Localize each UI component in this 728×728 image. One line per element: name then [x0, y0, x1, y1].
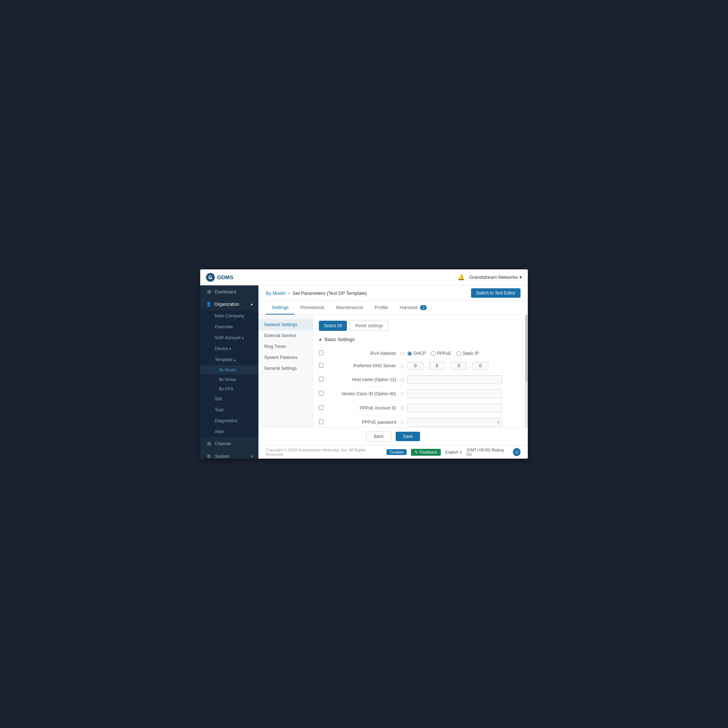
tab-profile[interactable]: Profile	[369, 301, 394, 315]
sidebar-item-site[interactable]: Site	[200, 393, 258, 404]
dns-octet3[interactable]	[451, 362, 466, 370]
pppoe-id-checkbox[interactable]	[319, 405, 324, 410]
cookies-button[interactable]: Cookies	[387, 449, 407, 455]
save-button[interactable]: Save	[396, 432, 420, 441]
site-label: Site	[215, 396, 222, 401]
ipv4-pppoe-option[interactable]: PPPoE	[431, 351, 451, 356]
system-label: System	[215, 454, 229, 459]
tab-maintenance[interactable]: Maintenance	[330, 301, 369, 315]
dns-octet4[interactable]	[473, 362, 488, 370]
channel-icon: ⊞	[206, 441, 212, 446]
hostname-checkbox[interactable]	[319, 377, 324, 381]
sidebar-item-dashboard[interactable]: ⊞ Dashboard	[200, 285, 258, 298]
ipv4-dhcp-option[interactable]: DHCP	[407, 351, 426, 356]
hostname-info-icon[interactable]: ⓘ	[401, 377, 404, 382]
ipv4-static-option[interactable]: Static IP	[456, 351, 479, 356]
sidebar-subitem-by-group[interactable]: By Group	[200, 375, 258, 384]
vendor-input[interactable]	[407, 390, 502, 398]
left-nav-item-network-settings[interactable]: Network Settings	[258, 319, 313, 330]
system-arrow-icon: ▾	[251, 454, 252, 458]
eye-toggle-icon[interactable]: ▾	[498, 420, 500, 425]
pppoe-pw-info-icon[interactable]: ⓘ	[401, 420, 404, 425]
form-row-vendor: Vendor Class ID (Option 60) ⓘ	[319, 387, 519, 401]
sidebar-subitem-by-model[interactable]: By Model	[200, 365, 258, 375]
dhcp-label: DHCP	[413, 351, 426, 356]
channel-label: Channel	[215, 441, 231, 446]
ipv4-label: IPv4 Address	[327, 351, 401, 356]
sidebar-label-organization: Organization	[214, 302, 239, 307]
pppoe-pw-checkbox[interactable]	[319, 419, 324, 424]
left-nav: Network Settings External Service Ring T…	[258, 315, 313, 427]
reset-settings-button[interactable]: Reset settings	[350, 321, 388, 331]
sidebar-item-organization[interactable]: 👤 Organization ▾	[200, 298, 258, 310]
select-all-button[interactable]: Select All	[319, 321, 347, 331]
vendor-info-icon[interactable]: ⓘ	[401, 391, 404, 397]
sidebar-item-system[interactable]: ⚙ System ▾	[200, 450, 258, 459]
template-arrow-icon: ▴	[234, 358, 236, 362]
ipv4-checkbox[interactable]	[319, 350, 324, 355]
pppoe-id-input[interactable]	[407, 404, 502, 412]
dns-info-icon[interactable]: ⓘ	[401, 363, 404, 369]
dns-octet2[interactable]	[429, 362, 445, 370]
back-button[interactable]: Back	[366, 431, 391, 442]
vendor-checkbox-cell	[319, 391, 327, 397]
tab-settings[interactable]: Settings	[266, 301, 294, 315]
timezone-label: (GMT+08:00) Beijing, Ch	[466, 448, 509, 456]
alert-label: Alert	[215, 429, 224, 434]
ipv4-static-radio[interactable]	[456, 351, 461, 356]
ipv4-radio-group: DHCP PPPoE Static IP	[407, 351, 479, 356]
by-group-label: By Group	[219, 377, 236, 381]
sidebar-item-main-company[interactable]: Main Company	[200, 310, 258, 321]
tab-phonebook[interactable]: Phonebook	[294, 301, 330, 315]
sidebar-item-voip-account[interactable]: VoIP Account ▾	[200, 332, 258, 343]
hostname-input[interactable]	[407, 375, 502, 384]
org-submenu: Main Company Overview VoIP Account ▾ Dev…	[200, 310, 258, 437]
sidebar-item-task[interactable]: Task	[200, 404, 258, 415]
ipv4-pppoe-radio[interactable]	[431, 351, 436, 356]
dns-octet1[interactable]	[407, 362, 423, 370]
breadcrumb: By Model > Set Parameters (Test DP Templ…	[266, 291, 367, 296]
dns-checkbox[interactable]	[319, 363, 324, 368]
left-nav-item-system-features[interactable]: System Features	[258, 352, 313, 363]
lang-arrow-icon: ∨	[459, 450, 462, 455]
switch-to-text-editor-button[interactable]: Switch to Text Editor	[471, 288, 521, 298]
main-layout: ⊞ Dashboard 👤 Organization ▾ Main Compan…	[200, 285, 528, 459]
feedback-button[interactable]: ✎ Feedback	[411, 449, 440, 456]
left-nav-item-ring-tones[interactable]: Ring Tones	[258, 341, 313, 352]
left-nav-item-general-settings[interactable]: General Settings	[258, 363, 313, 374]
content-area: By Model > Set Parameters (Test DP Templ…	[258, 285, 528, 459]
ipv4-info-icon[interactable]: ⓘ	[401, 351, 404, 356]
pppoe-id-label: PPPoE Account ID	[327, 405, 401, 411]
ipv4-dhcp-radio[interactable]	[407, 351, 412, 356]
sidebar-item-device[interactable]: Device ▾	[200, 343, 258, 354]
dns-checkbox-cell	[319, 363, 327, 369]
user-label[interactable]: Grandstream Networks ▾	[469, 274, 522, 280]
form-row-pppoe-pw: PPPoE password ⓘ ▾	[319, 415, 519, 427]
breadcrumb-link[interactable]: By Model	[266, 291, 285, 296]
pppoe-pw-checkbox-cell	[319, 419, 327, 425]
vendor-label: Vendor Class ID (Option 60)	[327, 391, 401, 396]
task-label: Task	[215, 407, 224, 412]
tab-handset[interactable]: Handset 2	[394, 301, 433, 315]
pppoe-pw-content: ▾	[407, 418, 519, 427]
overview-label: Overview	[215, 324, 233, 329]
form-toolbar: Select All Reset settings	[319, 321, 519, 331]
breadcrumb-current: Set Parameters (Test DP Template)	[293, 291, 367, 296]
sidebar-item-template[interactable]: Template ▴	[200, 354, 258, 365]
notification-bell-icon[interactable]: 🔔	[457, 274, 465, 281]
language-selector[interactable]: English ∨	[445, 450, 462, 455]
pppoe-pw-input[interactable]	[407, 418, 502, 427]
left-nav-item-external-service[interactable]: External Service	[258, 330, 313, 341]
logo: GDMS	[206, 273, 233, 282]
sidebar-subitem-by-cfg[interactable]: By CFG	[200, 384, 258, 393]
sidebar-item-diagnostics[interactable]: Diagnostics	[200, 415, 258, 426]
sidebar-item-channel[interactable]: ⊞ Channel	[200, 437, 258, 450]
sidebar-item-alert[interactable]: Alert	[200, 426, 258, 437]
user-avatar[interactable]: U	[513, 448, 520, 456]
sidebar-item-overview[interactable]: Overview	[200, 321, 258, 332]
pppoe-pw-wrap: ▾	[407, 418, 502, 427]
dns-content: . . .	[407, 362, 519, 370]
vendor-checkbox[interactable]	[319, 391, 324, 396]
pppoe-id-info-icon[interactable]: ⓘ	[401, 405, 404, 411]
scroll-indicator[interactable]	[525, 315, 528, 427]
